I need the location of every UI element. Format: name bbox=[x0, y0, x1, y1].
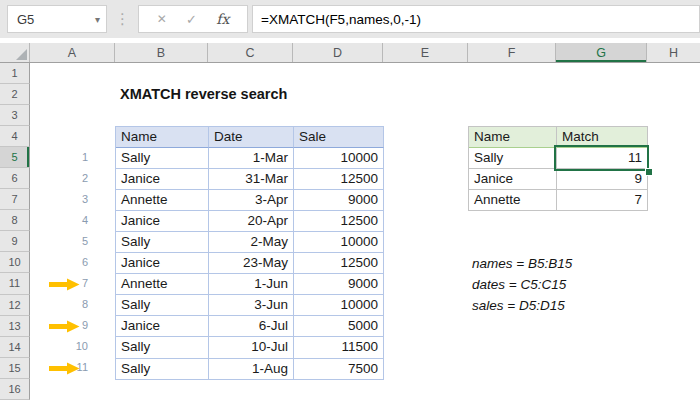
menu-dots-icon: ⋮ bbox=[115, 5, 130, 33]
cell-sale[interactable]: 10000 bbox=[294, 148, 384, 169]
cell-name[interactable]: Annette bbox=[116, 274, 209, 295]
row-header-15[interactable]: 15 bbox=[0, 358, 30, 379]
lookup-cell-name[interactable]: Janice bbox=[469, 169, 557, 190]
row-header-8[interactable]: 8 bbox=[0, 210, 30, 231]
highlight-arrow-icon bbox=[49, 362, 80, 375]
cell-name[interactable]: Annette bbox=[116, 190, 209, 211]
lookup-cell-name[interactable]: Annette bbox=[469, 190, 557, 211]
note-names[interactable]: names = B5:B15 bbox=[472, 253, 572, 274]
cell-name[interactable]: Janice bbox=[116, 253, 209, 274]
cell-sale[interactable]: 9000 bbox=[294, 190, 384, 211]
cell-sale[interactable]: 9000 bbox=[294, 274, 384, 295]
cancel-icon[interactable]: ✕ bbox=[157, 12, 167, 26]
lookup-cell-name[interactable]: Sally bbox=[469, 148, 557, 169]
cell-name[interactable]: Sally bbox=[116, 295, 209, 316]
row-header-12[interactable]: 12 bbox=[0, 295, 30, 316]
row-header-16[interactable]: 16 bbox=[0, 379, 30, 400]
lookup-cell-match[interactable]: 9 bbox=[557, 169, 648, 190]
note-dates[interactable]: dates = C5:C15 bbox=[472, 274, 566, 295]
sheet-title[interactable]: XMATCH reverse search bbox=[120, 84, 287, 105]
table-header-date[interactable]: Date bbox=[209, 127, 294, 148]
row-index[interactable]: 5 bbox=[30, 231, 88, 252]
row-header-11[interactable]: 11 bbox=[0, 273, 30, 294]
data-table: Name Date Sale Sally 1-Mar 10000 Janice … bbox=[115, 126, 384, 380]
row-header-7[interactable]: 7 bbox=[0, 189, 30, 210]
cell-name[interactable]: Janice bbox=[116, 316, 209, 337]
column-header-b[interactable]: B bbox=[115, 43, 208, 62]
formula-input[interactable]: =XMATCH(F5,names,0,-1) bbox=[252, 5, 700, 33]
row-index[interactable]: 8 bbox=[30, 294, 88, 315]
cell-name[interactable]: Janice bbox=[116, 169, 209, 190]
cell-sale[interactable]: 7500 bbox=[294, 359, 384, 380]
cell-sale[interactable]: 11500 bbox=[294, 337, 384, 358]
cell-date[interactable]: 20-Apr bbox=[209, 211, 294, 232]
row-index[interactable]: 10 bbox=[30, 336, 88, 357]
cell-name[interactable]: Sally bbox=[116, 359, 209, 380]
column-header-g[interactable]: G bbox=[556, 43, 647, 62]
cell-date[interactable]: 1-Aug bbox=[209, 359, 294, 380]
column-header-d[interactable]: D bbox=[293, 43, 383, 62]
insert-function-icon[interactable]: fx bbox=[216, 11, 229, 27]
column-header-a[interactable]: A bbox=[30, 43, 115, 62]
row-header-band: 1 2 3 4 5 6 7 8 9 10 11 12 13 14 15 16 bbox=[0, 63, 30, 400]
cell-date[interactable]: 1-Mar bbox=[209, 148, 294, 169]
row-index[interactable]: 3 bbox=[30, 189, 88, 210]
table-header-name[interactable]: Name bbox=[116, 127, 209, 148]
cell-sale[interactable]: 10000 bbox=[294, 232, 384, 253]
cell-sale[interactable]: 10000 bbox=[294, 295, 384, 316]
row-header-5[interactable]: 5 bbox=[0, 147, 30, 168]
row-header-10[interactable]: 10 bbox=[0, 252, 30, 273]
lookup-cell-match[interactable]: 7 bbox=[557, 190, 648, 211]
lookup-header-name[interactable]: Name bbox=[469, 127, 557, 148]
cell-date[interactable]: 3-Apr bbox=[209, 190, 294, 211]
cell-date[interactable]: 2-May bbox=[209, 232, 294, 253]
cell-name[interactable]: Sally bbox=[116, 337, 209, 358]
cell-name[interactable]: Sally bbox=[116, 148, 209, 169]
row-index[interactable]: 2 bbox=[30, 168, 88, 189]
cell-sale[interactable]: 5000 bbox=[294, 316, 384, 337]
fill-handle[interactable] bbox=[645, 168, 653, 176]
active-cell-g5[interactable]: 11 bbox=[557, 148, 648, 169]
row-header-14[interactable]: 14 bbox=[0, 337, 30, 358]
column-header-h[interactable]: H bbox=[647, 43, 700, 62]
chevron-down-icon[interactable]: ▾ bbox=[95, 14, 100, 25]
column-header-c[interactable]: C bbox=[208, 43, 293, 62]
cell-sale[interactable]: 12500 bbox=[294, 169, 384, 190]
cell-sale[interactable]: 12500 bbox=[294, 211, 384, 232]
lookup-header-match[interactable]: Match bbox=[557, 127, 648, 148]
table-header-sale[interactable]: Sale bbox=[294, 127, 384, 148]
row-index[interactable]: 1 bbox=[30, 147, 88, 168]
row-header-6[interactable]: 6 bbox=[0, 168, 30, 189]
cell-name[interactable]: Sally bbox=[116, 232, 209, 253]
cell-date[interactable]: 1-Jun bbox=[209, 274, 294, 295]
select-all-triangle-icon bbox=[16, 49, 27, 60]
cell-sale[interactable]: 12500 bbox=[294, 253, 384, 274]
highlight-arrow-icon bbox=[49, 278, 80, 291]
cell-date[interactable]: 10-Jul bbox=[209, 337, 294, 358]
row-index[interactable]: 4 bbox=[30, 210, 88, 231]
formula-text: =XMATCH(F5,names,0,-1) bbox=[261, 12, 421, 27]
lookup-table: Name Match Sally 11 Janice 9 Annette 7 bbox=[468, 126, 648, 211]
row-header-9[interactable]: 9 bbox=[0, 231, 30, 252]
row-header-4[interactable]: 4 bbox=[0, 126, 30, 147]
cell-date[interactable]: 31-Mar bbox=[209, 169, 294, 190]
cell-name[interactable]: Janice bbox=[116, 211, 209, 232]
row-header-1[interactable]: 1 bbox=[0, 63, 30, 84]
cell-date[interactable]: 6-Jul bbox=[209, 316, 294, 337]
formula-bar: G5 ▾ ⋮ ✕ ✓ fx =XMATCH(F5,names,0,-1) bbox=[0, 0, 700, 38]
row-index[interactable]: 6 bbox=[30, 252, 88, 273]
column-header-f[interactable]: F bbox=[468, 43, 556, 62]
confirm-icon[interactable]: ✓ bbox=[186, 12, 197, 27]
cell-date[interactable]: 3-Jun bbox=[209, 295, 294, 316]
row-header-13[interactable]: 13 bbox=[0, 316, 30, 337]
select-all-corner[interactable] bbox=[0, 43, 30, 62]
highlight-arrow-icon bbox=[49, 320, 80, 333]
spreadsheet-app: G5 ▾ ⋮ ✕ ✓ fx =XMATCH(F5,names,0,-1) A B… bbox=[0, 0, 700, 400]
formula-buttons: ✕ ✓ fx bbox=[138, 5, 248, 33]
cell-date[interactable]: 23-May bbox=[209, 253, 294, 274]
column-header-e[interactable]: E bbox=[383, 43, 468, 62]
name-box[interactable]: G5 ▾ bbox=[7, 5, 107, 33]
row-header-2[interactable]: 2 bbox=[0, 84, 30, 105]
row-header-3[interactable]: 3 bbox=[0, 105, 30, 126]
note-sales[interactable]: sales = D5:D15 bbox=[472, 295, 565, 316]
